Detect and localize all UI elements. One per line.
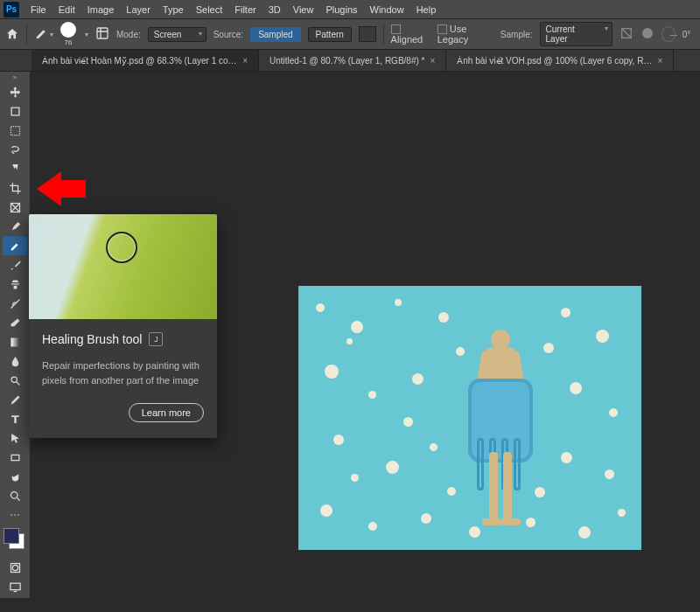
quick-select-tool[interactable]	[3, 159, 27, 178]
menu-window[interactable]: Window	[364, 4, 410, 15]
path-select-tool[interactable]	[3, 428, 27, 448]
pattern-preview[interactable]	[359, 26, 376, 42]
healing-brush-tool[interactable]	[3, 236, 27, 255]
gradient-tool[interactable]	[3, 332, 27, 351]
svg-rect-8	[11, 455, 19, 460]
svg-point-7	[11, 377, 17, 382]
menu-3d[interactable]: 3D	[262, 4, 287, 15]
ps-logo: Ps	[4, 2, 19, 17]
frame-tool[interactable]	[3, 198, 27, 217]
menu-help[interactable]: Help	[410, 4, 443, 15]
zoom-tool[interactable]	[3, 486, 27, 505]
tooltip-description: Repair imperfections by painting with pi…	[42, 358, 204, 387]
color-swatches[interactable]	[4, 528, 26, 551]
marquee-tool[interactable]	[3, 121, 27, 140]
home-icon[interactable]	[5, 26, 19, 42]
svg-point-11	[12, 565, 18, 570]
menu-plugins[interactable]: Plugins	[319, 4, 363, 15]
doc-tab-3[interactable]: Ảnh bài viết VOH.psd @ 100% (Layer 6 cop…	[446, 50, 674, 71]
brush-tool[interactable]	[3, 255, 27, 275]
clone-stamp-tool[interactable]	[3, 275, 27, 294]
menu-image[interactable]: Image	[81, 4, 121, 15]
menu-type[interactable]: Type	[157, 4, 190, 15]
document-tabs: Ảnh bài viết Hoàn Mỹ.psd @ 68.3% (Layer …	[0, 50, 700, 72]
source-pattern-button[interactable]: Pattern	[308, 27, 352, 42]
mode-label: Mode:	[116, 30, 141, 39]
brush-preview[interactable]: 76	[60, 22, 76, 46]
sample-select[interactable]: Current Layer	[540, 22, 612, 46]
sample-label: Sample:	[500, 30, 533, 39]
close-tab-icon[interactable]: ×	[657, 56, 662, 66]
brush-caret[interactable]: ▾	[85, 31, 88, 38]
pressure-size-icon[interactable]	[640, 26, 654, 42]
dodge-tool[interactable]	[3, 371, 27, 390]
tool-panel: » ⋯	[0, 72, 30, 598]
menubar: Ps File Edit Image Layer Type Select Fil…	[0, 0, 700, 19]
close-tab-icon[interactable]: ×	[242, 56, 248, 66]
menu-layer[interactable]: Layer	[120, 4, 157, 15]
options-bar: ▾ 76 ▾ Mode: Screen Source: Sampled Patt…	[0, 19, 700, 50]
brush-size: 76	[64, 38, 72, 46]
eraser-tool[interactable]	[3, 313, 27, 332]
tooltip-preview-image	[29, 214, 217, 319]
aligned-checkbox[interactable]: Aligned	[391, 24, 430, 45]
menu-edit[interactable]: Edit	[52, 4, 81, 15]
pen-tool[interactable]	[3, 390, 27, 409]
crop-tool[interactable]	[3, 178, 27, 198]
ignore-adjustment-icon[interactable]	[620, 26, 634, 42]
svg-rect-6	[10, 337, 19, 346]
move-tool[interactable]	[3, 82, 27, 101]
red-arrow-annotation	[37, 169, 86, 209]
svg-marker-13	[37, 171, 86, 206]
svg-rect-12	[10, 583, 19, 590]
svg-point-2	[642, 28, 653, 38]
separator	[383, 24, 384, 45]
tooltip-shortcut: J	[149, 332, 163, 346]
eyedropper-tool[interactable]	[3, 217, 27, 236]
history-brush-tool[interactable]	[3, 294, 27, 313]
type-tool[interactable]	[3, 409, 27, 428]
doc-tab-2[interactable]: Untitled-1 @ 80.7% (Layer 1, RGB/8#) * ×	[259, 50, 446, 71]
use-legacy-checkbox[interactable]: Use Legacy	[438, 24, 494, 45]
svg-rect-3	[11, 108, 19, 115]
menu-select[interactable]: Select	[190, 4, 229, 15]
menu-filter[interactable]: Filter	[228, 4, 262, 15]
mannequin-figure	[473, 330, 526, 513]
svg-rect-4	[10, 126, 19, 135]
menu-file[interactable]: File	[24, 4, 52, 15]
source-sampled-button[interactable]: Sampled	[250, 27, 300, 42]
quickmask-icon[interactable]	[3, 558, 27, 577]
tooltip-title: Healing Brush tool	[42, 332, 142, 346]
svg-rect-0	[97, 28, 108, 38]
brush-panel-icon[interactable]	[95, 26, 109, 42]
blur-tool[interactable]	[3, 351, 27, 371]
svg-point-9	[10, 491, 18, 498]
separator	[26, 24, 27, 45]
learn-more-button[interactable]: Learn more	[129, 403, 204, 422]
tool-preset[interactable]: ▾	[34, 27, 53, 41]
menu-view[interactable]: View	[287, 4, 320, 15]
close-tab-icon[interactable]: ×	[430, 56, 435, 66]
artboard-tool[interactable]	[3, 101, 27, 121]
angle-value: 0°	[682, 30, 695, 39]
brush-circle-icon	[60, 22, 76, 38]
collapse-icon[interactable]: »	[13, 73, 17, 82]
edit-toolbar[interactable]: ⋯	[3, 505, 27, 525]
source-label: Source:	[214, 30, 243, 39]
screenmode-icon[interactable]	[3, 577, 27, 596]
hand-tool[interactable]	[3, 467, 27, 486]
rectangle-tool[interactable]	[3, 448, 27, 467]
mode-select[interactable]: Screen	[148, 27, 206, 42]
angle-dial[interactable]	[662, 26, 676, 42]
document-canvas[interactable]	[298, 286, 641, 550]
tool-tooltip: Healing Brush tool J Repair imperfection…	[29, 214, 217, 438]
doc-tab-1[interactable]: Ảnh bài viết Hoàn Mỹ.psd @ 68.3% (Layer …	[32, 50, 259, 71]
lasso-tool[interactable]	[3, 140, 27, 159]
